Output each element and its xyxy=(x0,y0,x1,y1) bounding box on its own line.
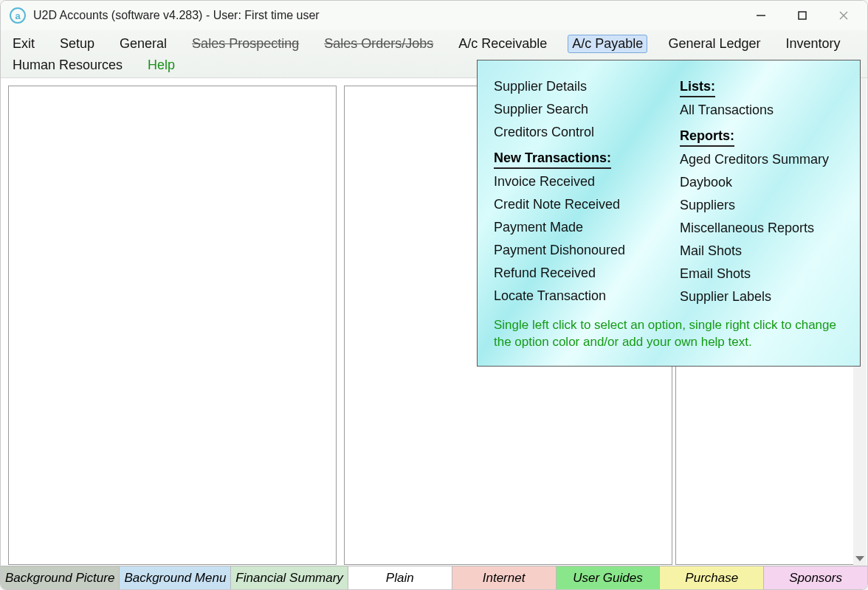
menu-email-shots[interactable]: Email Shots xyxy=(680,263,844,285)
menu-daybook[interactable]: Daybook xyxy=(680,171,844,194)
dropdown-col-2: Lists: All Transactions Reports: Aged Cr… xyxy=(680,75,844,308)
tab-plain[interactable]: Plain xyxy=(348,566,452,589)
window-controls xyxy=(740,2,864,29)
menu-setup[interactable]: Setup xyxy=(55,35,99,53)
app-icon: a xyxy=(10,7,26,24)
menu-payment-made[interactable]: Payment Made xyxy=(494,216,658,239)
close-button[interactable] xyxy=(823,2,864,29)
menu-suppliers[interactable]: Suppliers xyxy=(680,194,844,217)
bottom-tabs: Background PictureBackground MenuFinanci… xyxy=(1,566,867,589)
menu-locate-transaction[interactable]: Locate Transaction xyxy=(494,285,658,308)
menu-mail-shots[interactable]: Mail Shots xyxy=(680,240,844,263)
menu-creditors-control[interactable]: Creditors Control xyxy=(494,121,658,144)
ac-payable-dropdown: Supplier Details Supplier Search Credito… xyxy=(477,60,861,367)
menu-invoice-received[interactable]: Invoice Received xyxy=(494,170,658,193)
menu-misc-reports[interactable]: Miscellaneous Reports xyxy=(680,217,844,240)
tab-background-menu[interactable]: Background Menu xyxy=(120,566,231,589)
menu-credit-note-received[interactable]: Credit Note Received xyxy=(494,193,658,216)
menu-general[interactable]: General xyxy=(115,35,171,53)
maximize-button[interactable] xyxy=(782,2,823,29)
tab-user-guides[interactable]: User Guides xyxy=(557,566,661,589)
tab-background-picture[interactable]: Background Picture xyxy=(1,566,120,589)
tab-internet[interactable]: Internet xyxy=(452,566,557,589)
minimize-button[interactable] xyxy=(740,2,782,29)
menu-help[interactable]: Help xyxy=(143,56,179,74)
workarea: Supplier Details Supplier Search Credito… xyxy=(1,78,867,566)
menu-aged-creditors-summary[interactable]: Aged Creditors Summary xyxy=(680,148,844,171)
menu-exit[interactable]: Exit xyxy=(8,35,39,53)
menu-sales-orders-jobs[interactable]: Sales Orders/Jobs xyxy=(320,35,438,53)
panel-left xyxy=(8,86,337,565)
menu-sales-prospecting[interactable]: Sales Prospecting xyxy=(187,35,303,53)
menu-all-transactions[interactable]: All Transactions xyxy=(680,99,844,122)
heading-new-transactions: New Transactions: xyxy=(494,147,611,169)
menu-supplier-labels[interactable]: Supplier Labels xyxy=(680,285,844,308)
dropdown-help-text: Single left click to select an option, s… xyxy=(494,317,844,351)
menu-payment-dishonoured[interactable]: Payment Dishonoured xyxy=(494,239,658,262)
menu-a-c-receivable[interactable]: A/c Receivable xyxy=(454,35,551,53)
menu-supplier-search[interactable]: Supplier Search xyxy=(494,98,658,121)
scroll-down-icon xyxy=(855,556,864,561)
tab-sponsors[interactable]: Sponsors xyxy=(764,566,867,589)
menu-refund-received[interactable]: Refund Received xyxy=(494,262,658,285)
heading-lists: Lists: xyxy=(680,75,715,97)
menu-supplier-details[interactable]: Supplier Details xyxy=(494,75,658,98)
menu-human-resources[interactable]: Human Resources xyxy=(8,56,127,74)
titlebar: a U2D Accounts (software v4.283) - User:… xyxy=(1,1,867,30)
tab-purchase[interactable]: Purchase xyxy=(660,566,764,589)
menu-inventory[interactable]: Inventory xyxy=(781,35,844,53)
heading-reports: Reports: xyxy=(680,125,734,147)
app-window: a U2D Accounts (software v4.283) - User:… xyxy=(0,0,868,590)
dropdown-col-1: Supplier Details Supplier Search Credito… xyxy=(494,75,658,308)
tab-financial-summary[interactable]: Financial Summary xyxy=(231,566,348,589)
menu-a-c-payable[interactable]: A/c Payable xyxy=(568,35,647,53)
menu-general-ledger[interactable]: General Ledger xyxy=(664,35,765,53)
window-title: U2D Accounts (software v4.283) - User: F… xyxy=(33,9,320,22)
svg-rect-1 xyxy=(799,12,806,19)
